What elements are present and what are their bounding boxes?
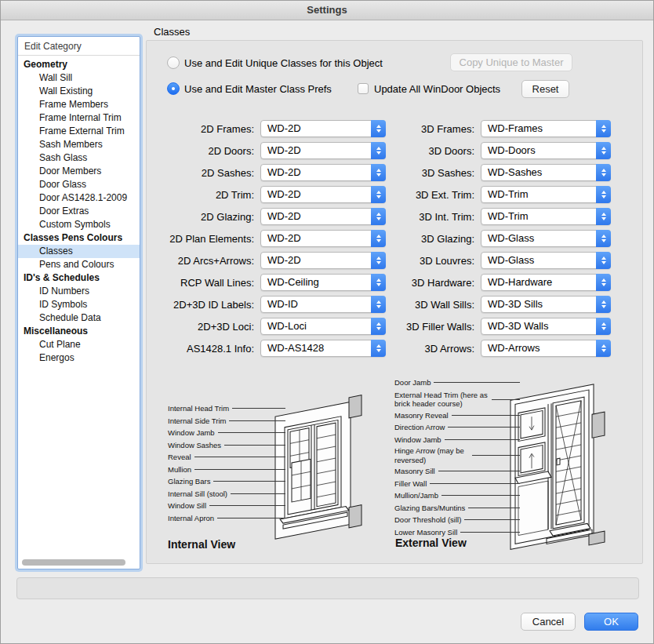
sidebar-item-door-glass[interactable]: Door Glass bbox=[18, 178, 140, 191]
sidebar-item-wall-existing[interactable]: Wall Existing bbox=[18, 85, 140, 98]
label-2d-frames: 2D Frames: bbox=[162, 123, 260, 135]
popup-chevrons-icon bbox=[596, 120, 611, 137]
label-3d-int-trim: 3D Int. Trim: bbox=[399, 211, 481, 223]
popup-chevrons-icon bbox=[596, 252, 611, 269]
sidebar-item-id-symbols[interactable]: ID Symbols bbox=[18, 298, 140, 311]
select-3d-hardware[interactable]: WD-Hardware bbox=[481, 274, 611, 291]
label-3d-ext-trim: 3D Ext. Trim: bbox=[399, 189, 481, 201]
sidebar-item-door-as1428[interactable]: Door AS1428.1-2009 bbox=[18, 191, 140, 205]
label-2d-doors: 2D Doors: bbox=[162, 145, 260, 157]
dropdowns-2d-column: 2D Frames:WD-2D 2D Doors:WD-2D 2D Sashes… bbox=[162, 120, 386, 362]
external-view-caption: External View bbox=[395, 537, 467, 549]
popup-chevrons-icon bbox=[371, 252, 386, 269]
category-list: Geometry Wall Sill Wall Existing Frame M… bbox=[18, 56, 140, 365]
external-view-diagram: Door Jamb External Head Trim (here as br… bbox=[385, 364, 644, 558]
sidebar-item-door-members[interactable]: Door Members bbox=[18, 165, 140, 178]
sidebar-item-energos[interactable]: Energos bbox=[18, 351, 140, 365]
label-as1428-info: AS1428.1 Info: bbox=[162, 343, 260, 355]
internal-view-diagram: Internal Head Trim Internal Side Trim Wi… bbox=[159, 368, 369, 558]
sidebar-header: Edit Category bbox=[18, 37, 140, 56]
label-3d-arrows: 3D Arrows: bbox=[399, 343, 481, 355]
select-3d-wall-sills[interactable]: WD-3D Sills bbox=[481, 296, 611, 313]
select-2d-plan-elements[interactable]: WD-2D bbox=[260, 230, 386, 247]
select-2d3d-id-labels[interactable]: WD-ID bbox=[260, 296, 386, 313]
label-2d3d-id-labels: 2D+3D ID Labels: bbox=[162, 299, 260, 311]
select-2d-frames[interactable]: WD-2D bbox=[260, 120, 386, 137]
master-class-prefs-radio-label: Use and Edit Master Class Prefs bbox=[184, 83, 332, 95]
select-3d-ext-trim[interactable]: WD-Trim bbox=[481, 186, 611, 203]
sidebar-item-frame-internal-trim[interactable]: Frame Internal Trim bbox=[18, 111, 140, 125]
edit-category-sidebar: Edit Category Geometry Wall Sill Wall Ex… bbox=[17, 36, 140, 569]
update-all-windoor-checkbox[interactable] bbox=[358, 83, 369, 94]
sidebar-item-door-extras[interactable]: Door Extras bbox=[18, 205, 140, 218]
label-2d-glazing: 2D Glazing: bbox=[162, 211, 260, 223]
dropdowns-3d-column: 3D Frames:WD-Frames 3D Doors:WD-Doors 3D… bbox=[399, 120, 611, 362]
select-3d-arrows[interactable]: WD-Arrows bbox=[481, 340, 611, 357]
sidebar-item-frame-members[interactable]: Frame Members bbox=[18, 98, 140, 111]
popup-chevrons-icon bbox=[371, 296, 386, 313]
sidebar-item-cut-plane[interactable]: Cut Plane bbox=[18, 338, 140, 351]
sidebar-item-miscellaneous[interactable]: Miscellaneous bbox=[18, 325, 140, 338]
unique-classes-radio[interactable] bbox=[167, 56, 180, 69]
master-class-prefs-radio[interactable] bbox=[167, 82, 180, 95]
sidebar-item-frame-external-trim[interactable]: Frame External Trim bbox=[18, 125, 140, 138]
label-rcp-wall-lines: RCP Wall Lines: bbox=[162, 277, 260, 289]
popup-chevrons-icon bbox=[596, 340, 611, 357]
popup-chevrons-icon bbox=[596, 318, 611, 335]
section-title: Classes bbox=[154, 26, 190, 38]
cancel-button[interactable]: Cancel bbox=[521, 613, 576, 631]
select-2d-sashes[interactable]: WD-2D bbox=[260, 164, 386, 181]
internal-view-caption: Internal View bbox=[168, 538, 235, 551]
select-3d-louvres[interactable]: WD-Glass bbox=[481, 252, 611, 269]
select-2d-trim[interactable]: WD-2D bbox=[260, 186, 386, 203]
popup-chevrons-icon bbox=[371, 142, 386, 159]
update-all-windoor-checkbox-label: Update All WinDoor Objects bbox=[374, 83, 500, 95]
select-2d3d-loci[interactable]: WD-Loci bbox=[260, 318, 386, 335]
select-3d-sashes[interactable]: WD-Sashes bbox=[481, 164, 611, 181]
reset-button[interactable]: Reset bbox=[521, 80, 569, 98]
title-bar: Settings bbox=[1, 1, 653, 20]
select-3d-int-trim[interactable]: WD-Trim bbox=[481, 208, 611, 225]
select-3d-glazing[interactable]: WD-Glass bbox=[481, 230, 611, 247]
ok-button[interactable]: OK bbox=[584, 613, 638, 631]
sidebar-item-schedule-data[interactable]: Schedule Data bbox=[18, 311, 140, 325]
horizontal-scrollbar[interactable] bbox=[22, 559, 125, 566]
popup-chevrons-icon bbox=[371, 274, 386, 291]
copy-unique-to-master-button[interactable]: Copy Unique to Master bbox=[450, 53, 572, 71]
select-3d-doors[interactable]: WD-Doors bbox=[481, 142, 611, 159]
sidebar-item-pens-and-colours[interactable]: Pens and Colours bbox=[18, 258, 140, 271]
popup-chevrons-icon bbox=[596, 142, 611, 159]
label-3d-hardware: 3D Hardware: bbox=[399, 277, 481, 289]
footer-strip bbox=[16, 577, 639, 599]
label-2d-trim: 2D Trim: bbox=[162, 189, 260, 201]
popup-chevrons-icon bbox=[371, 208, 386, 225]
select-as1428-info[interactable]: WD-AS1428 bbox=[260, 340, 386, 357]
select-2d-doors[interactable]: WD-2D bbox=[260, 142, 386, 159]
sidebar-item-custom-symbols[interactable]: Custom Symbols bbox=[18, 218, 140, 231]
sidebar-item-id-numbers[interactable]: ID Numbers bbox=[18, 285, 140, 298]
sidebar-item-wall-sill[interactable]: Wall Sill bbox=[18, 71, 140, 85]
label-3d-wall-sills: 3D Wall Sills: bbox=[399, 299, 481, 311]
sidebar-item-classes-pens-colours[interactable]: Classes Pens Colours bbox=[18, 231, 140, 245]
popup-chevrons-icon bbox=[596, 186, 611, 203]
popup-chevrons-icon bbox=[371, 120, 386, 137]
window-title: Settings bbox=[1, 1, 653, 20]
sidebar-item-sash-members[interactable]: Sash Members bbox=[18, 138, 140, 151]
label-2d3d-loci: 2D+3D Loci: bbox=[162, 321, 260, 333]
label-3d-sashes: 3D Sashes: bbox=[399, 167, 481, 179]
sidebar-item-geometry[interactable]: Geometry bbox=[18, 58, 140, 71]
popup-chevrons-icon bbox=[596, 208, 611, 225]
sidebar-item-classes[interactable]: Classes bbox=[18, 245, 140, 258]
sidebar-item-ids-schedules[interactable]: ID's & Schedules bbox=[18, 271, 140, 285]
label-2d-sashes: 2D Sashes: bbox=[162, 167, 260, 179]
label-3d-louvres: 3D Louvres: bbox=[399, 255, 481, 267]
sidebar-item-sash-glass[interactable]: Sash Glass bbox=[18, 151, 140, 165]
label-3d-filler-walls: 3D Filler Walls: bbox=[399, 321, 481, 333]
select-2d-glazing[interactable]: WD-2D bbox=[260, 208, 386, 225]
select-rcp-wall-lines[interactable]: WD-Ceiling bbox=[260, 274, 386, 291]
select-3d-filler-walls[interactable]: WD-3D Walls bbox=[481, 318, 611, 335]
settings-dialog: Settings Edit Category Geometry Wall Sil… bbox=[0, 0, 654, 644]
select-3d-frames[interactable]: WD-Frames bbox=[481, 120, 611, 137]
select-2d-arcs-arrows[interactable]: WD-2D bbox=[260, 252, 386, 269]
label-2d-arcs-arrows: 2D Arcs+Arrows: bbox=[162, 255, 260, 267]
